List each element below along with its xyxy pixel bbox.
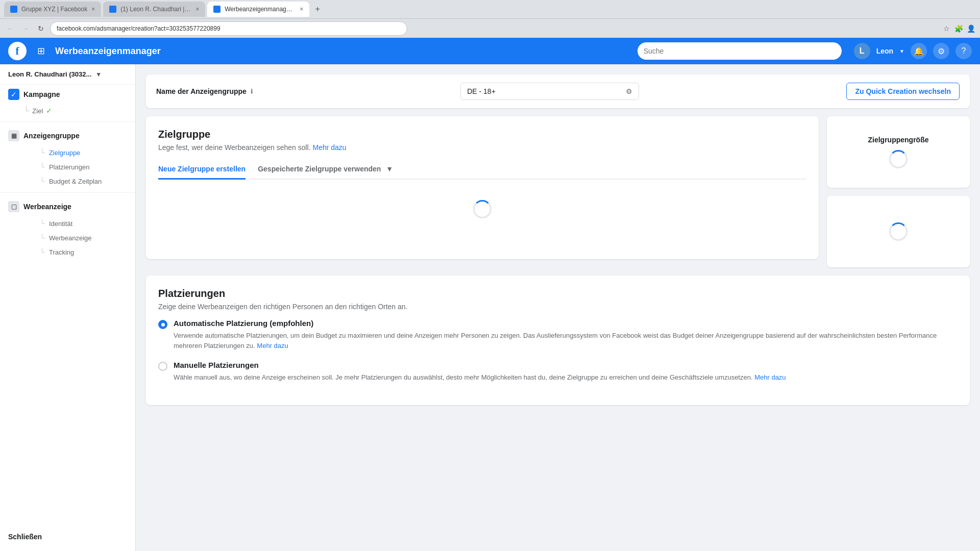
browser-tab-bar: Gruppe XYZ | Facebook × (1) Leon R. Chau… [0,0,980,18]
name-info-icon[interactable]: ℹ [251,88,253,95]
search-container [638,42,842,60]
tab-gespeicherte-zielgruppe[interactable]: Gespeicherte Zielgruppe verwenden ▼ [258,160,393,180]
tab-werbeanzeige[interactable]: Werbeanzeigenmanager - Cr... × [207,2,309,17]
account-selector[interactable]: Leon R. Chaudhari (3032... ▼ [0,64,135,85]
anzeigengruppe-title: Anzeigengruppe [23,132,80,140]
forward-button[interactable]: → [19,22,32,35]
tab-gruppe-xyz[interactable]: Gruppe XYZ | Facebook × [4,2,101,17]
kampagne-checkbox-icon: ✓ [8,89,19,100]
sidebar-item-identitaet[interactable]: └ Identität [23,216,135,231]
kampagne-section: ✓ Kampagne [0,85,135,104]
zielgruppe-label: Zielgruppe [49,149,80,157]
zielgruppe-sidebar: Zielgruppengröße [827,116,970,267]
settings-icon[interactable]: ⚙ [933,43,949,59]
name-input-value: DE - 18+ [467,87,496,95]
close-section: Schließen [0,522,135,541]
back-button[interactable]: ← [4,22,16,35]
auto-platzierung-title: Automatische Platzierung (empfohlen) [174,319,958,328]
zielgruppe-loading [158,190,806,229]
auto-radio-inner [161,323,165,327]
sidebar-divider-1 [0,121,135,122]
help-icon[interactable]: ? [955,43,972,59]
platzierungen-card: Platzierungen Zeige deine Werbeanzeigen … [146,276,970,405]
tracking-tree-icon: └ [40,248,45,256]
zielgruppe-subtitle-text: Lege fest, wer deine Werbeanzeigen sehen… [158,143,311,152]
anzeigengruppe-items: └ Zielgruppe └ Platzierungen └ Budget & … [0,145,135,188]
manual-radio-button[interactable] [158,362,167,371]
zielgruppe-title: Zielgruppe [158,129,806,140]
close-button[interactable]: Schließen [8,533,42,541]
platzierungen-label: Platzierungen [49,163,90,171]
name-gear-icon[interactable]: ⚙ [626,87,632,95]
auto-mehr-dazu-link[interactable]: Mehr dazu [257,342,288,349]
bookmark-icon[interactable]: ☆ [941,23,951,34]
sidebar-item-zielgruppe[interactable]: └ Zielgruppe [23,145,135,160]
auto-radio-button[interactable] [158,320,167,329]
sidebar-item-budget[interactable]: └ Budget & Zeitplan [23,174,135,188]
potential-reach-card [827,196,970,267]
platzierungen-tree-icon: └ [40,163,45,171]
sidebar-item-platzierungen[interactable]: └ Platzierungen [23,160,135,174]
new-tab-button[interactable]: + [311,3,324,15]
tab-favicon-3 [213,6,220,13]
extension-icon[interactable]: 🧩 [953,23,964,34]
tab-close-1[interactable]: × [91,6,95,13]
profile-icon[interactable]: 👤 [966,23,976,34]
auto-platzierung-desc: Verwende automatische Platzierungen, um … [174,331,958,350]
grid-menu-icon[interactable]: ⊞ [33,43,49,59]
tab-neue-zielgruppe[interactable]: Neue Zielgruppe erstellen [158,160,246,180]
ziel-row: └ Ziel ✓ [0,104,135,117]
zielgruppe-tabs: Neue Zielgruppe erstellen Gespeicherte Z… [158,160,806,180]
tab-leon[interactable]: (1) Leon R. Chaudhari | Faceb... × [103,2,205,17]
facebook-logo: f [8,42,27,60]
refresh-button[interactable]: ↻ [35,22,47,35]
anzeigengruppe-icon: ▦ [8,130,19,141]
sidebar-item-werbeanzeige[interactable]: └ Werbeanzeige [23,231,135,245]
facebook-f-letter: f [15,44,19,58]
werbeanzeige-section: ▢ Werbeanzeige [0,197,135,216]
username-label: Leon [876,47,893,55]
account-chevron-icon: ▼ [95,71,102,78]
ziel-tree-icon: └ [23,106,29,115]
tab-label-2: (1) Leon R. Chaudhari | Faceb... [120,6,191,13]
facebook-topbar: f ⊞ Werbeanzeigenmanager L Leon ▼ 🔔 ⚙ ? [0,38,980,64]
topbar-right: L Leon ▼ 🔔 ⚙ ? [854,43,972,59]
werbeanzeige-title: Werbeanzeige [23,203,71,211]
zielgruppe-link[interactable]: Mehr dazu [313,143,347,152]
manual-platzierung-title: Manuelle Platzierungen [174,361,786,369]
name-label: Name der Anzeigengruppe [156,87,247,95]
app-name: Werbeanzeigenmanager [55,46,161,57]
quick-creation-button[interactable]: Zu Quick Creation wechseln [846,83,960,100]
tab-label-3: Werbeanzeigenmanager - Cr... [225,6,296,13]
manual-desc-text: Wähle manuell aus, wo deine Anzeige ersc… [174,373,753,381]
tab-close-2[interactable]: × [195,6,199,13]
tab-favicon-1 [10,6,17,13]
browser-toolbar-icons: ☆ 🧩 👤 [941,23,976,34]
sidebar-item-tracking[interactable]: └ Tracking [23,245,135,259]
search-input[interactable] [638,42,842,60]
tab-favicon-2 [109,6,116,13]
kampagne-title: Kampagne [23,90,60,98]
name-bar: Name der Anzeigengruppe ℹ DE - 18+ ⚙ Zu … [146,74,970,108]
werbeanzeige-item-tree-icon: └ [40,234,45,242]
werbeanzeige-item-label: Werbeanzeige [49,234,92,242]
budget-label: Budget & Zeitplan [49,178,102,185]
tab-close-3[interactable]: × [300,6,303,13]
user-avatar[interactable]: L [854,43,870,59]
tracking-label: Tracking [49,248,74,256]
main-layout: Leon R. Chaudhari (3032... ▼ ✓ Kampagne … [0,64,980,551]
manual-mehr-dazu-link[interactable]: Mehr dazu [754,373,786,381]
notifications-icon[interactable]: 🔔 [911,43,927,59]
name-input-field[interactable]: DE - 18+ ⚙ [460,83,639,100]
zielgruppen-groesse-title: Zielgruppengröße [868,136,929,144]
identitaet-tree-icon: └ [40,219,45,228]
auto-platzierung-option: Automatische Platzierung (empfohlen) Ver… [158,319,958,350]
zielgruppe-card: Zielgruppe Lege fest, wer deine Werbeanz… [146,116,819,259]
username-chevron[interactable]: ▼ [899,48,904,54]
werbeanzeige-icon: ▢ [8,201,19,212]
account-name: Leon R. Chaudhari (3032... [8,70,91,78]
zielgruppen-groesse-card: Zielgruppengröße [827,116,970,188]
url-bar[interactable]: facebook.com/adsmanager/creation?act=303… [50,21,407,36]
sidebar: Leon R. Chaudhari (3032... ▼ ✓ Kampagne … [0,64,136,551]
content-area: Name der Anzeigengruppe ℹ DE - 18+ ⚙ Zu … [136,64,980,551]
